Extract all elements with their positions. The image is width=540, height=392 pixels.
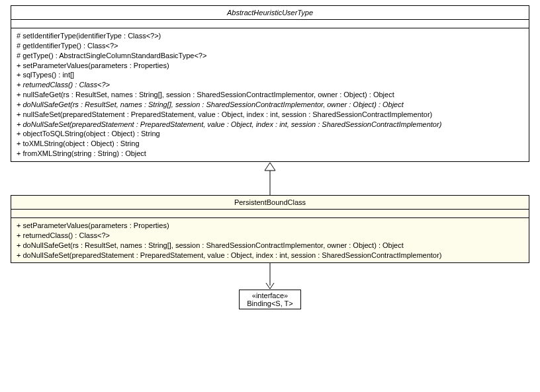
class-operation: + nullSafeGet(rs : ResultSet, names : St…	[17, 90, 523, 100]
dependency-arrow-icon	[263, 263, 277, 290]
class-attributes-child	[11, 210, 529, 218]
class-operation: + fromXMLString(string : String) : Objec…	[17, 149, 523, 159]
class-operation: + setParameterValues(parameters : Proper…	[17, 221, 523, 231]
generalization-arrow-icon	[263, 162, 277, 195]
class-attributes-parent	[11, 20, 529, 28]
class-operation: + toXMLString(object : Object) : String	[17, 139, 523, 149]
class-operation: # getIdentifierType() : Class<?>	[17, 41, 523, 51]
class-name-child: PersistentBoundClass	[11, 196, 529, 210]
class-operations-parent: # setIdentifierType(identifierType : Cla…	[11, 28, 529, 161]
class-operation: + setParameterValues(parameters : Proper…	[17, 61, 523, 71]
dependency-connector	[5, 263, 535, 290]
interface-type-name: Binding<S, T>	[247, 299, 293, 307]
interface-name: «interface» Binding<S, T>	[240, 290, 300, 309]
class-operation: + returnedClass() : Class<?>	[17, 80, 523, 90]
uml-class-parent: AbstractHeuristicUserType # setIdentifie…	[11, 5, 529, 162]
class-operation: + objectToSQLString(object : Object) : S…	[17, 129, 523, 139]
svg-marker-0	[265, 163, 275, 171]
uml-interface: «interface» Binding<S, T>	[239, 290, 301, 309]
interface-stereotype: «interface»	[244, 292, 296, 299]
class-operation: + sqlTypes() : int[]	[17, 70, 523, 80]
class-operation: # getType() : AbstractSingleColumnStanda…	[17, 51, 523, 61]
class-operation: # setIdentifierType(identifierType : Cla…	[17, 31, 523, 41]
class-operation: + nullSafeSet(preparedStatement : Prepar…	[17, 110, 523, 120]
class-operation: + doNullSafeSet(preparedStatement : Prep…	[17, 251, 523, 260]
uml-class-child: PersistentBoundClass + setParameterValue…	[11, 195, 529, 263]
class-operation: + doNullSafeGet(rs : ResultSet, names : …	[17, 241, 523, 251]
class-operation: + doNullSafeSet(preparedStatement : Prep…	[17, 120, 523, 130]
class-operation: + returnedClass() : Class<?>	[17, 231, 523, 241]
generalization-connector	[5, 162, 535, 195]
class-operation: + doNullSafeGet(rs : ResultSet, names : …	[17, 100, 523, 110]
class-name-parent: AbstractHeuristicUserType	[11, 6, 529, 20]
class-operations-child: + setParameterValues(parameters : Proper…	[11, 218, 529, 262]
